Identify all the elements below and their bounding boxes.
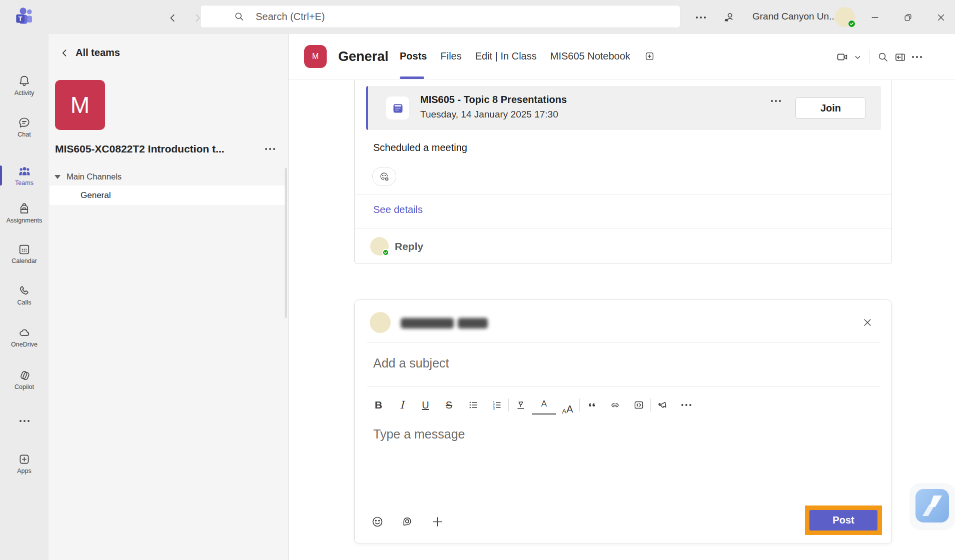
rail-item-calls[interactable]: Calls: [0, 284, 49, 306]
rail-item-chat[interactable]: Chat: [0, 116, 49, 138]
link-icon[interactable]: [603, 395, 627, 415]
format-toolbar: B I U S 123 A AA: [367, 394, 698, 416]
font-color-icon[interactable]: A: [532, 395, 556, 415]
see-details-link[interactable]: See details: [373, 204, 423, 216]
author-name-redacted: [401, 318, 454, 328]
reply-avatar: [370, 237, 389, 256]
quote-icon[interactable]: [580, 395, 603, 415]
reply-button[interactable]: Reply: [370, 237, 423, 256]
person-bell-icon[interactable]: [721, 10, 736, 25]
strikethrough-icon[interactable]: S: [437, 395, 461, 415]
add-tab-icon[interactable]: [644, 50, 655, 62]
rail-item-copilot[interactable]: Copilot: [0, 368, 49, 390]
meeting-datetime: Tuesday, 14 January 2025 17:30: [420, 109, 558, 120]
main-channels-section[interactable]: Main Channels: [55, 172, 122, 182]
rail-item-assignments[interactable]: Assignments: [0, 202, 49, 224]
more-icon: [20, 420, 30, 422]
rail-label-calendar: Calendar: [12, 258, 37, 264]
rail-label-teams: Teams: [15, 180, 34, 186]
user-avatar[interactable]: [835, 7, 855, 27]
close-icon[interactable]: [933, 10, 948, 25]
screen-tool-overlay-icon[interactable]: [915, 489, 949, 522]
code-icon[interactable]: [627, 395, 650, 415]
rail-item-teams[interactable]: Teams: [0, 164, 49, 186]
font-size-icon[interactable]: AA: [556, 395, 579, 415]
numbered-list-icon[interactable]: 123: [485, 395, 508, 415]
tab-posts[interactable]: Posts: [400, 50, 427, 62]
titlebar-more-icon[interactable]: [693, 10, 708, 25]
channel-more-icon[interactable]: [908, 48, 925, 66]
author-name-redacted: [458, 318, 488, 328]
restore-icon[interactable]: [900, 10, 915, 25]
team-avatar-initial: M: [71, 92, 90, 118]
highlighter-icon[interactable]: [509, 395, 532, 415]
rail-item-calendar[interactable]: Calendar: [0, 242, 49, 264]
rail-item-onedrive[interactable]: OneDrive: [0, 326, 49, 348]
composer-close-icon[interactable]: [859, 314, 876, 331]
titlebar: T Search (Ctrl+E) Grand Canyon Un...: [0, 0, 955, 34]
panel-scrollbar[interactable]: [285, 168, 287, 318]
message-input[interactable]: Type a message: [373, 427, 465, 442]
left-rail: Activity Chat Teams Assignments Calendar…: [0, 34, 49, 560]
underline-icon[interactable]: U: [414, 395, 437, 415]
teams-app-window: T Search (Ctrl+E) Grand Canyon Un...: [0, 0, 955, 560]
team-name[interactable]: MIS605-XC0822T2 Introduction t...: [55, 143, 265, 155]
org-name[interactable]: Grand Canyon Un...: [752, 11, 832, 22]
toolbar-more-icon[interactable]: [674, 395, 698, 415]
post-divider: [355, 194, 891, 194]
search-input[interactable]: Search (Ctrl+E): [200, 5, 680, 28]
meet-chevron-down-icon[interactable]: [851, 48, 864, 66]
megaphone-icon[interactable]: [651, 395, 674, 415]
all-teams-label: All teams: [76, 47, 120, 58]
team-avatar[interactable]: M: [55, 80, 105, 130]
italic-icon[interactable]: I: [390, 395, 414, 415]
all-teams-back-button[interactable]: All teams: [60, 47, 120, 58]
bell-icon: [18, 74, 31, 88]
open-pane-icon[interactable]: [891, 48, 908, 66]
meeting-more-icon[interactable]: [771, 100, 781, 102]
minimize-icon[interactable]: [867, 10, 882, 25]
emoji-icon[interactable]: [368, 512, 387, 531]
active-tab-underline: [400, 76, 424, 79]
svg-text:3: 3: [493, 406, 495, 410]
post-button[interactable]: Post: [809, 510, 877, 530]
team-more-icon[interactable]: [265, 148, 275, 150]
teams-people-icon: [17, 164, 32, 178]
plus-icon[interactable]: [428, 512, 447, 531]
loop-icon[interactable]: [398, 512, 417, 531]
bold-icon[interactable]: B: [367, 395, 390, 415]
bullet-list-icon[interactable]: [461, 395, 485, 415]
tab-edit-in-class[interactable]: Edit | In Class: [475, 50, 537, 62]
join-label: Join: [820, 102, 841, 114]
rail-label-assignments: Assignments: [7, 217, 43, 224]
channel-search-icon[interactable]: [874, 48, 891, 66]
rail-item-more[interactable]: [0, 420, 49, 422]
composer-divider: [367, 386, 880, 386]
composer-avatar: [370, 312, 391, 333]
meeting-title[interactable]: MIS605 - Topic 8 Presentations: [420, 94, 567, 106]
rail-label-onedrive: OneDrive: [11, 341, 38, 348]
rail-item-apps[interactable]: Apps: [0, 452, 49, 474]
meeting-banner: MIS605 - Topic 8 Presentations Tuesday, …: [366, 86, 881, 130]
add-reaction-icon: [379, 171, 390, 182]
channel-panel: All teams M MIS605-XC0822T2 Introduction…: [49, 34, 289, 560]
nav-back-icon[interactable]: [166, 11, 180, 25]
tab-files[interactable]: Files: [440, 50, 461, 62]
channel-item-general[interactable]: General: [50, 186, 287, 205]
tab-mis605-notebook[interactable]: MIS605 Notebook: [550, 50, 630, 62]
phone-icon: [18, 284, 31, 298]
presence-available-icon: [847, 20, 856, 28]
header-divider: [869, 50, 869, 64]
chevron-left-icon: [60, 48, 70, 58]
add-reaction-button[interactable]: [372, 167, 396, 186]
composer-divider: [367, 342, 880, 343]
subject-input[interactable]: Add a subject: [373, 356, 449, 370]
main-content: M General Posts Files Edit | In Class MI…: [289, 34, 955, 560]
search-icon: [234, 11, 245, 22]
rail-item-activity[interactable]: Activity: [0, 74, 49, 96]
meet-video-camera-icon[interactable]: [834, 48, 851, 66]
join-button[interactable]: Join: [795, 98, 866, 118]
channel-header: M General Posts Files Edit | In Class MI…: [289, 34, 955, 80]
rail-label-chat: Chat: [18, 131, 31, 138]
channel-title: General: [338, 49, 389, 64]
